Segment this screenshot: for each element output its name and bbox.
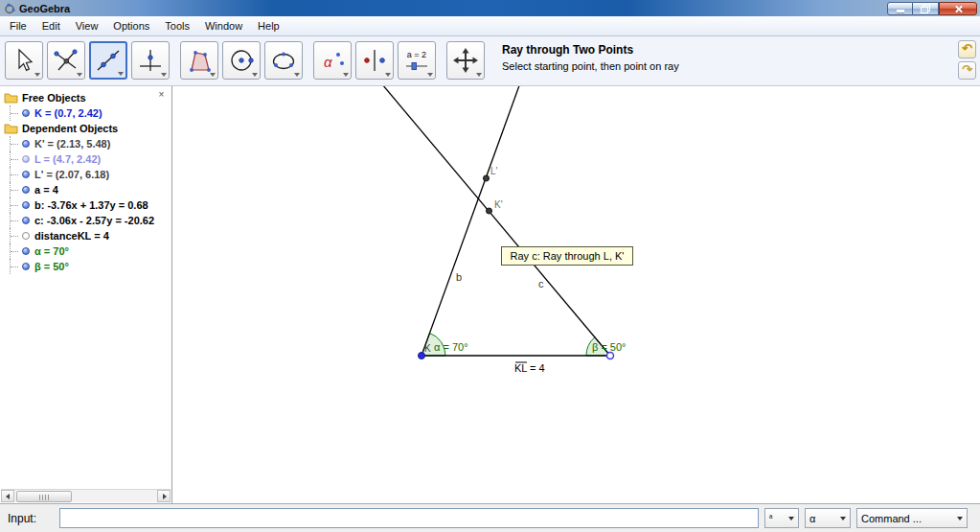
algebra-item-L[interactable]: L = (4.7, 2.42): [0, 151, 171, 167]
visibility-marble-hidden[interactable]: [22, 232, 30, 240]
object-label: α = 70°: [34, 245, 69, 257]
chevron-down-icon: [840, 517, 846, 520]
greek-letter-dropdown[interactable]: α: [805, 508, 851, 528]
tool-button-move[interactable]: [5, 41, 43, 80]
tool-button-conic[interactable]: [264, 41, 303, 80]
ray-b[interactable]: [422, 86, 520, 356]
tool-button-reflect[interactable]: [355, 41, 394, 80]
algebra-item-L-prime[interactable]: L' = (2.07, 6.18): [0, 167, 171, 182]
object-tooltip-text: Ray c: Ray through L, K': [511, 250, 625, 262]
menu-options[interactable]: Options: [105, 17, 157, 35]
reflect-icon: [360, 46, 389, 75]
ray-c[interactable]: [382, 86, 610, 356]
menu-help[interactable]: Help: [250, 17, 287, 35]
algebra-close-button[interactable]: ×: [156, 90, 167, 101]
menu-file[interactable]: File: [2, 17, 34, 35]
algebra-item-b[interactable]: b: -3.76x + 1.37y = 0.68: [0, 197, 171, 213]
undo-button[interactable]: ↶: [958, 40, 976, 58]
object-label: a = 4: [34, 184, 58, 196]
algebra-item-alpha[interactable]: α = 70°: [0, 243, 171, 259]
algebra-item-K[interactable]: K = (0.7, 2.42): [0, 105, 171, 121]
tool-dropdown-caret[interactable]: [294, 73, 300, 77]
visibility-marble[interactable]: [22, 155, 30, 163]
tool-dropdown-caret[interactable]: [118, 72, 124, 76]
label-line-c[interactable]: c: [538, 278, 544, 289]
redo-button[interactable]: ↷: [958, 61, 976, 80]
angle-icon: α: [318, 46, 347, 75]
tool-button-circle[interactable]: [222, 41, 261, 80]
redo-icon: ↷: [962, 62, 972, 77]
point-K-prime[interactable]: [487, 208, 492, 214]
tool-dropdown-caret[interactable]: [385, 73, 391, 77]
visibility-marble[interactable]: [22, 201, 30, 209]
algebra-item-distanceKL[interactable]: distanceKL = 4: [0, 228, 171, 243]
label-L-prime[interactable]: L': [490, 166, 498, 176]
algebra-horizontal-scrollbar[interactable]: [1, 489, 171, 502]
algebra-item-a[interactable]: a = 4: [0, 182, 171, 197]
tool-button-angle[interactable]: α: [313, 41, 352, 80]
label-line-b[interactable]: b: [456, 271, 462, 283]
tool-help: Ray through Two Points Select starting p…: [502, 43, 679, 72]
restore-button[interactable]: [913, 2, 939, 15]
tool-dropdown-caret[interactable]: [77, 73, 82, 77]
command-dropdown[interactable]: Command ...: [856, 508, 968, 528]
tool-dropdown-caret[interactable]: [252, 73, 258, 77]
point-L[interactable]: [607, 353, 614, 359]
chevron-down-icon: [788, 517, 794, 520]
algebra-item-c[interactable]: c: -3.06x - 2.57y = -20.62: [0, 213, 171, 228]
tool-button-line[interactable]: [89, 41, 127, 80]
visibility-marble[interactable]: [22, 263, 30, 270]
label-K-prime[interactable]: K': [494, 199, 503, 210]
visibility-marble[interactable]: [22, 171, 30, 178]
label-angle-alpha[interactable]: α = 70°: [434, 341, 468, 353]
menu-tools[interactable]: Tools: [157, 17, 197, 35]
tool-dropdown-caret[interactable]: [427, 73, 433, 77]
visibility-marble[interactable]: [22, 140, 30, 148]
algebra-item-K-prime[interactable]: K' = (2.13, 5.48): [0, 136, 171, 151]
point-L-prime[interactable]: [484, 175, 490, 181]
superscript-dropdown[interactable]: ª: [764, 508, 799, 528]
visibility-marble[interactable]: [22, 247, 30, 255]
menu-view[interactable]: View: [68, 17, 106, 35]
visibility-marble[interactable]: [22, 109, 30, 117]
label-angle-beta[interactable]: β = 50°: [592, 341, 627, 353]
menu-edit[interactable]: Edit: [34, 17, 68, 35]
dependent-objects-header[interactable]: Dependent Objects: [0, 121, 171, 136]
window-title: GeoGebra: [19, 3, 70, 14]
algebra-item-beta[interactable]: β = 50°: [0, 259, 171, 274]
visibility-marble[interactable]: [22, 217, 30, 224]
tool-dropdown-caret[interactable]: [343, 73, 349, 77]
tool-button-perpendicular-line[interactable]: [131, 41, 170, 80]
visibility-marble[interactable]: [22, 186, 30, 194]
tool-button-point[interactable]: [47, 41, 85, 80]
tool-help-title: Ray through Two Points: [502, 43, 679, 57]
free-objects-header[interactable]: Free Objects: [0, 90, 171, 105]
tool-button-slider[interactable]: a = 2: [398, 41, 436, 80]
label-point-K[interactable]: K: [424, 343, 431, 354]
menubar: File Edit View Options Tools Window Help: [0, 16, 980, 36]
move-graphics-view-icon: [451, 46, 480, 75]
menu-window[interactable]: Window: [197, 17, 250, 35]
section-label: Free Objects: [22, 92, 86, 104]
tool-dropdown-caret[interactable]: [34, 73, 40, 77]
scroll-left-button[interactable]: [1, 490, 14, 502]
scroll-right-button[interactable]: [157, 490, 171, 502]
input-label: Input:: [8, 512, 54, 525]
graphics-view[interactable]: L' K' b c K α = 70° β = 50° KL = 4 Ray c…: [173, 86, 980, 503]
object-label: L' = (2.07, 6.18): [34, 169, 109, 180]
label-segment-KL[interactable]: KL = 4: [514, 362, 545, 374]
tool-dropdown-caret[interactable]: [210, 73, 216, 77]
undo-redo-buttons: ↶ ↷: [958, 40, 976, 80]
tool-dropdown-caret[interactable]: [476, 73, 482, 77]
command-input[interactable]: [59, 508, 759, 528]
restore-icon: [921, 5, 930, 13]
tool-button-move-graphics-view[interactable]: [446, 41, 485, 80]
svg-text:a = 2: a = 2: [407, 50, 426, 59]
minimize-button[interactable]: [887, 2, 913, 15]
tool-help-subtitle: Select starting point, then point on ray: [502, 60, 679, 72]
close-button[interactable]: [939, 2, 977, 15]
scrollbar-thumb[interactable]: [16, 491, 72, 502]
input-bar: Input: ª α Command ...: [0, 503, 980, 532]
tool-dropdown-caret[interactable]: [161, 73, 167, 77]
tool-button-polygon[interactable]: [180, 41, 218, 80]
